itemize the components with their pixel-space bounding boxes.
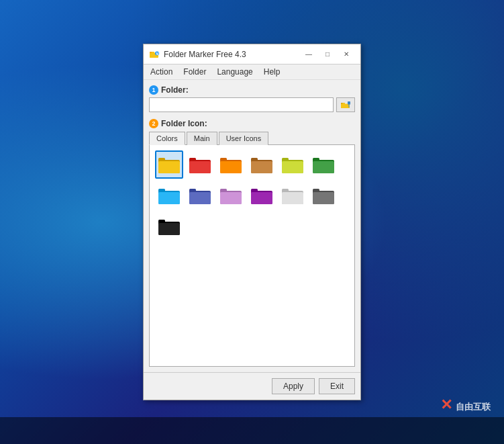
icon-grid-container xyxy=(149,145,355,367)
svg-rect-32 xyxy=(313,158,319,161)
svg-rect-22 xyxy=(220,161,242,164)
folder-icon-10[interactable] xyxy=(279,181,307,210)
app-window: M Folder Marker Free 4.3 — □ ✕ Action Fo… xyxy=(143,44,361,400)
svg-rect-42 xyxy=(189,192,211,195)
svg-rect-40 xyxy=(189,189,196,192)
folder-shape-11 xyxy=(311,184,336,207)
apply-button[interactable]: Apply xyxy=(272,378,315,394)
svg-rect-60 xyxy=(158,220,165,223)
menu-bar: Action Folder Language Help xyxy=(144,64,360,80)
folder-shape-9 xyxy=(250,184,274,207)
svg-rect-8 xyxy=(348,101,350,104)
folder-shape-0 xyxy=(157,153,181,176)
app-icon: M xyxy=(149,49,160,60)
menu-help[interactable]: Help xyxy=(260,66,285,78)
folder-shape-8 xyxy=(219,184,243,207)
svg-rect-44 xyxy=(220,189,227,192)
folder-shape-5 xyxy=(311,153,336,176)
menu-language[interactable]: Language xyxy=(213,66,256,78)
icon-section-number: 2 xyxy=(149,119,158,128)
folder-icon-12[interactable] xyxy=(155,212,183,240)
folder-path-input[interactable] xyxy=(149,97,334,112)
svg-rect-30 xyxy=(282,161,303,164)
menu-folder[interactable]: Folder xyxy=(179,66,210,78)
svg-rect-50 xyxy=(251,192,272,195)
browse-button[interactable] xyxy=(336,97,355,112)
title-bar: M Folder Marker Free 4.3 — □ ✕ xyxy=(144,44,360,64)
svg-rect-48 xyxy=(251,189,258,192)
folder-shape-7 xyxy=(188,184,212,207)
folder-shape-12 xyxy=(157,215,181,238)
folder-shape-1 xyxy=(188,153,212,176)
icon-grid xyxy=(155,150,349,240)
svg-rect-12 xyxy=(158,158,165,161)
svg-rect-7 xyxy=(341,103,343,104)
folder-shape-4 xyxy=(281,153,305,176)
tab-colors[interactable]: Colors xyxy=(149,132,185,145)
tab-user-icons[interactable]: User Icons xyxy=(219,132,269,145)
svg-rect-14 xyxy=(158,161,180,164)
folder-section-number: 1 xyxy=(149,85,158,95)
folder-icon-4[interactable] xyxy=(279,150,307,179)
folder-section-label: 1 Folder: xyxy=(149,85,355,95)
svg-rect-20 xyxy=(220,158,227,161)
folder-shape-6 xyxy=(157,184,181,207)
svg-rect-62 xyxy=(158,223,180,226)
folder-icon-5[interactable] xyxy=(309,150,338,179)
main-content: 1 Folder: 2 Folder Icon: Col xyxy=(144,80,360,372)
window-title: Folder Marker Free 4.3 xyxy=(164,50,300,59)
folder-icon-1[interactable] xyxy=(186,150,214,179)
folder-icon-11[interactable] xyxy=(309,181,338,210)
folder-input-row xyxy=(149,97,355,112)
svg-rect-36 xyxy=(158,189,165,192)
folder-icon-7[interactable] xyxy=(186,181,214,210)
svg-text:M: M xyxy=(156,52,159,55)
svg-rect-56 xyxy=(313,189,319,192)
menu-action[interactable]: Action xyxy=(146,66,177,78)
folder-shape-10 xyxy=(281,184,305,207)
folder-shape-3 xyxy=(250,153,274,176)
bottom-bar: Apply Exit xyxy=(144,372,360,400)
svg-rect-54 xyxy=(282,192,303,195)
browse-icon xyxy=(340,100,351,109)
svg-rect-46 xyxy=(220,192,242,195)
icon-label-text: Folder Icon: xyxy=(161,119,207,128)
svg-rect-18 xyxy=(189,161,211,164)
icon-section-label: 2 Folder Icon: xyxy=(149,119,355,128)
tab-main[interactable]: Main xyxy=(187,132,217,145)
window-controls: — □ ✕ xyxy=(300,48,355,61)
svg-rect-52 xyxy=(282,189,289,192)
svg-rect-2 xyxy=(150,52,152,53)
svg-rect-16 xyxy=(189,158,196,161)
folder-icon-9[interactable] xyxy=(248,181,276,210)
svg-rect-34 xyxy=(313,161,334,164)
watermark: ✕ 自由互联 xyxy=(440,396,491,414)
folder-shape-2 xyxy=(219,153,243,176)
folder-label-text: Folder: xyxy=(161,85,189,95)
folder-icon-6[interactable] xyxy=(155,181,183,210)
folder-icon-0[interactable] xyxy=(155,150,183,179)
watermark-text: 自由互联 xyxy=(456,402,491,412)
close-button[interactable]: ✕ xyxy=(338,48,355,61)
svg-rect-58 xyxy=(313,192,334,195)
exit-button[interactable]: Exit xyxy=(319,378,355,394)
minimize-button[interactable]: — xyxy=(300,48,317,61)
tab-bar: Colors Main User Icons xyxy=(149,131,355,145)
folder-icon-8[interactable] xyxy=(217,181,245,210)
svg-rect-28 xyxy=(282,158,289,161)
folder-icon-3[interactable] xyxy=(248,150,276,179)
svg-rect-38 xyxy=(158,192,180,195)
folder-icon-2[interactable] xyxy=(217,150,245,179)
maximize-button[interactable]: □ xyxy=(319,48,336,61)
svg-rect-26 xyxy=(251,161,272,164)
svg-rect-24 xyxy=(251,158,258,161)
